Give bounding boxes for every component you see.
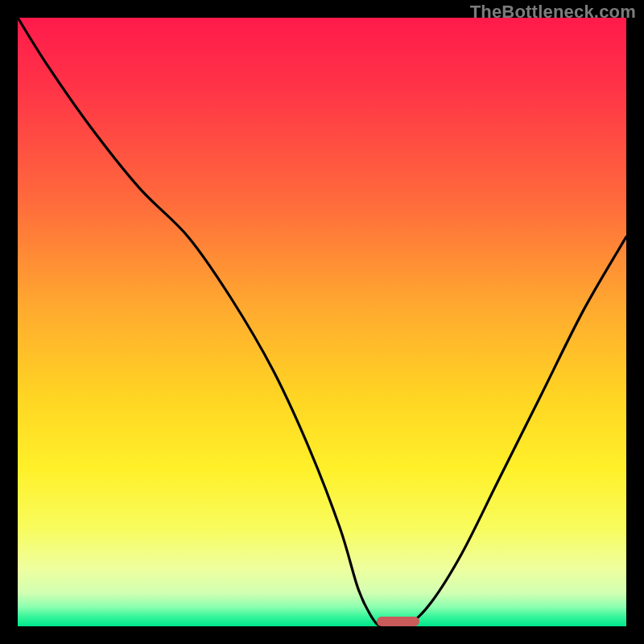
chart-plot-area bbox=[18, 18, 626, 626]
svg-rect-0 bbox=[18, 18, 626, 626]
chart-bottleneck-marker bbox=[377, 617, 419, 626]
chart-background-gradient bbox=[18, 18, 626, 626]
watermark-text: TheBottleneck.com bbox=[470, 2, 636, 23]
chart-frame: TheBottleneck.com bbox=[0, 0, 644, 644]
